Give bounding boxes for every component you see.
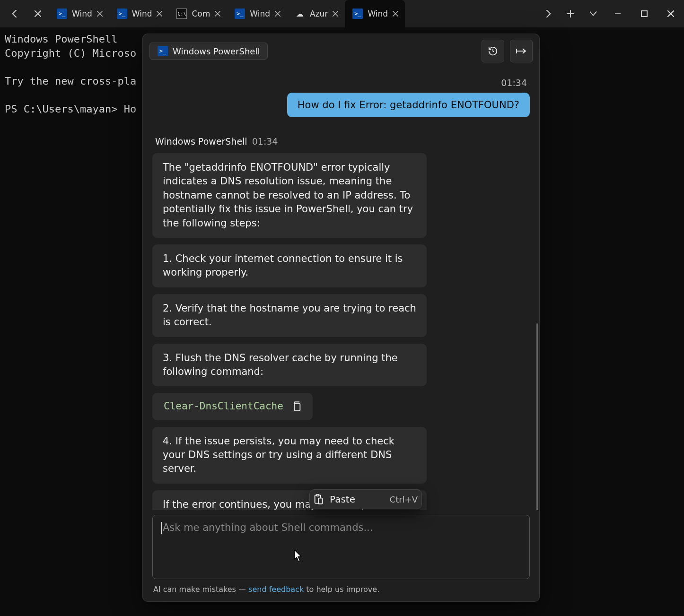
chat-input-placeholder: Ask me anything about Shell commands... — [163, 522, 373, 533]
cmd-icon: C:\ — [176, 9, 187, 19]
tab-scroll-left[interactable] — [4, 0, 26, 27]
user-message-bubble: How do I fix Error: getaddrinfo ENOTFOUN… — [287, 93, 530, 117]
svg-rect-1 — [641, 11, 647, 17]
window-close-button[interactable] — [658, 0, 684, 27]
maximize-button[interactable] — [631, 0, 658, 27]
tab-close-icon[interactable] — [333, 11, 338, 17]
powershell-icon: >_ — [117, 9, 127, 19]
chat-body: 01:34 How do I fix Error: getaddrinfo EN… — [143, 68, 539, 510]
copy-icon[interactable] — [292, 401, 301, 412]
term-line: Try the new cross-pla — [5, 75, 136, 87]
tab-label: Azur — [310, 9, 328, 18]
footer-text-pre: AI can make mistakes — — [153, 585, 248, 594]
chat-panel: Azure Cloud Shell 01:32 >_ Windows Power… — [143, 34, 539, 601]
context-menu-shortcut: Ctrl+V — [390, 495, 418, 504]
tab-label: Wind — [132, 9, 152, 18]
history-button[interactable] — [482, 40, 504, 62]
tab[interactable]: >_Wind — [345, 0, 405, 27]
ai-message-bubble: 2. Verify that the hostname you are tryi… — [152, 294, 427, 337]
tab-strip: >_Wind>_WindC:\Com>_Wind☁Azur>_Wind — [49, 0, 536, 27]
export-button[interactable] — [510, 40, 533, 62]
code-block: Clear-DnsClientCache — [152, 393, 313, 420]
context-menu-item-paste[interactable]: Paste — [330, 494, 355, 505]
tab[interactable]: ☁Azur — [287, 0, 345, 27]
tab-label: Com — [192, 9, 210, 18]
footer-text-post: to help us improve. — [304, 585, 379, 594]
powershell-icon: >_ — [158, 46, 168, 56]
tab[interactable]: >_Wind — [227, 0, 287, 27]
svg-rect-7 — [318, 498, 323, 504]
user-timestamp: 01:34 — [152, 78, 527, 88]
window-controls — [605, 0, 684, 27]
title-bar: >_Wind>_WindC:\Com>_Wind☁Azur>_Wind — [0, 0, 684, 27]
powershell-icon: >_ — [352, 9, 363, 19]
chat-footer: AI can make mistakes — send feedback to … — [143, 583, 539, 601]
ai-timestamp: 01:34 — [252, 136, 278, 147]
send-feedback-link[interactable]: send feedback — [248, 585, 304, 594]
azure-icon: ☁ — [295, 9, 305, 19]
new-tab-button[interactable] — [559, 0, 582, 27]
tab-close-left[interactable] — [26, 0, 49, 27]
paste-icon — [314, 494, 323, 504]
chat-header: Azure Cloud Shell 01:32 >_ Windows Power… — [143, 34, 539, 68]
context-menu: Paste Ctrl+V — [309, 489, 422, 509]
ai-message-header: Windows PowerShell 01:34 — [155, 136, 527, 147]
ai-message-bubble: 1. Check your internet connection to ens… — [152, 244, 427, 287]
ai-message-bubble: 3. Flush the DNS resolver cache by runni… — [152, 344, 427, 387]
ai-message-bubble: The "getaddrinfo ENOTFOUND" error typica… — [152, 153, 427, 238]
scrollbar-thumb[interactable] — [536, 323, 538, 510]
svg-rect-6 — [316, 495, 319, 496]
tab-dropdown-button[interactable] — [582, 0, 605, 27]
tab-close-icon[interactable] — [157, 11, 162, 17]
ai-message-bubble: 4. If the issue persists, you may need t… — [152, 427, 427, 484]
tab-close-icon[interactable] — [215, 11, 220, 17]
code-text: Clear-DnsClientCache — [164, 399, 283, 413]
powershell-icon: >_ — [57, 9, 67, 19]
tab[interactable]: C:\Com — [169, 0, 227, 27]
chat-title: Windows PowerShell — [173, 46, 260, 56]
tab-close-icon[interactable] — [97, 11, 103, 17]
tab-label: Wind — [368, 9, 388, 18]
tab-label: Wind — [250, 9, 270, 18]
tab[interactable]: >_Wind — [49, 0, 109, 27]
svg-rect-4 — [294, 404, 300, 411]
ai-author: Windows PowerShell — [155, 136, 247, 147]
tab-scroll-right[interactable] — [536, 0, 559, 27]
minimize-button[interactable] — [605, 0, 631, 27]
tab[interactable]: >_Wind — [109, 0, 169, 27]
tab-close-icon[interactable] — [393, 11, 398, 17]
chat-context-pill[interactable]: >_ Windows PowerShell — [149, 43, 268, 60]
chat-input[interactable]: Ask me anything about Shell commands... — [152, 515, 530, 579]
tab-close-icon[interactable] — [275, 11, 281, 17]
term-line: Windows PowerShell — [5, 33, 117, 45]
tab-label: Wind — [72, 9, 92, 18]
powershell-icon: >_ — [235, 9, 245, 19]
term-prompt: PS C:\Users\mayan> Ho — [5, 103, 136, 115]
term-line: Copyright (C) Microso — [5, 47, 136, 59]
